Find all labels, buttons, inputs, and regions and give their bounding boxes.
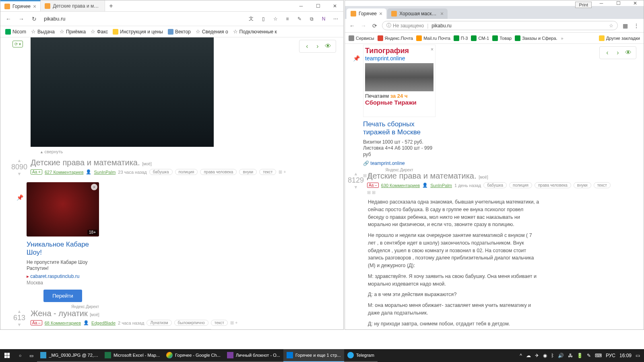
tiny-icons[interactable]: ⊞ ⊞	[367, 190, 629, 195]
ad-link[interactable]: ▸ cabaret.rasputinclub.ru	[27, 274, 99, 279]
tag[interactable]: полиция	[509, 182, 532, 188]
tag[interactable]: былокирпично	[174, 320, 208, 326]
aa-badge[interactable]: Аа –	[31, 320, 42, 325]
share-icon[interactable]: ⧉	[308, 15, 315, 23]
post-image-ocean[interactable]	[31, 37, 214, 147]
taskbar-item[interactable]: Telegram	[344, 349, 378, 362]
tray-volume-icon[interactable]: 🔊	[558, 353, 564, 358]
post-title[interactable]: Детские права и математика. [моё]	[367, 171, 629, 181]
bookmark-instr[interactable]: Инструкция и цены	[111, 28, 165, 35]
downvote-button[interactable]: ▼	[10, 171, 28, 176]
back-button[interactable]: ←	[348, 22, 356, 30]
tray-onedrive-icon[interactable]: ☁	[526, 353, 531, 358]
ad-link[interactable]: 🔗 teamprint.online	[363, 160, 436, 166]
tag[interactable]: бабушка	[483, 182, 507, 188]
tray-battery-icon[interactable]: 🔋	[577, 353, 583, 358]
forward-button[interactable]: →	[359, 22, 367, 30]
taskbar-item[interactable]: Горячее - Google Ch...	[163, 349, 224, 362]
upvote-button[interactable]: ▲	[347, 171, 365, 176]
comments-link[interactable]: 627 Комментариев	[45, 170, 84, 175]
ad-close-icon[interactable]: ×	[91, 184, 97, 190]
pin-icon[interactable]: 📌	[17, 194, 23, 201]
refresh-button[interactable]: ⟳	[371, 22, 379, 30]
new-tab-button[interactable]: +	[105, 0, 117, 11]
close-icon[interactable]: ×	[33, 3, 36, 10]
tag[interactable]: права человека	[535, 182, 571, 188]
minimize-button[interactable]: ─	[593, 0, 610, 6]
taskbar-item[interactable]: Личный блокнот - O...	[224, 349, 283, 362]
collapse-link[interactable]: свернуть	[40, 149, 63, 154]
tray-lang[interactable]: РУС	[606, 353, 615, 358]
tag[interactable]: Лунатизм	[147, 320, 171, 326]
bookmark-priemka[interactable]: ☆Приёмка	[58, 28, 87, 35]
bookmark-p3[interactable]: П-3	[452, 35, 469, 42]
onenote-icon[interactable]: N	[320, 15, 327, 23]
ad-close-icon[interactable]: ×	[431, 47, 433, 52]
notes-icon[interactable]: ✎	[296, 15, 303, 23]
reading-icon[interactable]: ▯	[260, 15, 267, 23]
next-button[interactable]: ›	[313, 42, 322, 51]
bookmark-overflow[interactable]: »	[561, 36, 564, 41]
taskbar-item[interactable]: _MG_0930.JPG @ 72,6...	[37, 349, 101, 362]
user-link[interactable]: SunInPalm	[430, 183, 452, 188]
tag[interactable]: текст	[259, 169, 276, 175]
prev-button[interactable]: ‹	[303, 42, 312, 51]
tag[interactable]: права человека	[200, 169, 237, 175]
tray-telegram-icon[interactable]: ✈	[535, 353, 539, 358]
bookmark-sm1[interactable]: СМ-1	[470, 35, 490, 42]
tray-network-icon[interactable]: 🖧	[568, 353, 573, 358]
favorite-icon[interactable]: ☆	[272, 15, 279, 23]
comments-link[interactable]: 68 Комментариев	[45, 321, 81, 325]
close-icon[interactable]: ×	[440, 10, 444, 17]
forward-button[interactable]: →	[17, 15, 25, 23]
address-input[interactable]: pikabu.ru	[43, 15, 243, 23]
ad-image[interactable]: × 18+	[27, 182, 99, 237]
back-button[interactable]: ←	[4, 15, 12, 23]
minimize-button[interactable]: ─	[293, 0, 310, 11]
bookmark-nicom[interactable]: Nicom	[4, 28, 28, 35]
bookmark-zakazy[interactable]: Заказы и Сфера.	[514, 35, 558, 42]
tag[interactable]: бабушка	[149, 169, 173, 175]
next-button[interactable]: ›	[613, 48, 622, 57]
tray-bluetooth-icon[interactable]: ᛒ	[551, 353, 554, 358]
tag[interactable]: внуки	[574, 182, 591, 188]
ad-image[interactable]: × Типография teamprint.online Печатаем з…	[363, 45, 436, 117]
task-view-button[interactable]: ▭	[26, 353, 37, 358]
tray-keyboard-icon[interactable]: ⌨	[595, 353, 602, 358]
more-tags[interactable]: ⊞ +	[279, 169, 286, 175]
ad-title[interactable]: Уникальное Кабаре Шоу!	[27, 241, 99, 257]
user-link[interactable]: EdgedBlade	[91, 321, 116, 325]
upvote-button[interactable]: ▲	[10, 309, 28, 314]
maximize-button[interactable]: ☐	[610, 0, 627, 6]
prev-button[interactable]: ‹	[603, 48, 612, 57]
tray-notifications-icon[interactable]: ▭	[636, 353, 640, 358]
bookmark-vydacha[interactable]: ☆Выдача	[29, 28, 56, 35]
view-icon[interactable]: 👁	[324, 42, 332, 51]
comments-link[interactable]: 630 Комментариев	[381, 183, 420, 188]
star-icon[interactable]: ☆	[609, 23, 613, 29]
tag[interactable]: текст	[594, 182, 611, 188]
downvote-button[interactable]: ▼	[10, 322, 28, 327]
more-tags[interactable]: ⊞ +	[230, 320, 237, 325]
bookmark-podkl[interactable]: ☆Подключенные к	[231, 28, 279, 35]
start-button[interactable]	[0, 349, 14, 362]
other-bookmarks[interactable]: Другие закладки	[598, 35, 641, 42]
aa-badge[interactable]: Аа +	[31, 169, 42, 175]
user-link[interactable]: SunInPalm	[94, 170, 116, 175]
tag[interactable]: текст	[211, 320, 228, 326]
bookmark-yandex[interactable]: Яндекс.Почта	[376, 35, 415, 42]
edge-tab-2[interactable]: Детские права и математи	[41, 0, 105, 11]
chrome-tab-1[interactable]: Горячее ×	[347, 8, 386, 19]
bookmark-fax[interactable]: ☆Факс	[89, 28, 109, 35]
translate-icon[interactable]: 文	[248, 15, 255, 23]
ad-go-button[interactable]: Перейти	[43, 290, 82, 302]
scroll-badge[interactable]: ⟳ ▾	[12, 41, 23, 47]
close-window-button[interactable]: ✕	[326, 0, 343, 11]
view-icon[interactable]: 👁	[624, 48, 633, 57]
tray-chevron-icon[interactable]: ^	[520, 353, 522, 358]
tray-pen-icon[interactable]: ✎	[587, 353, 591, 358]
search-button[interactable]: ○	[14, 353, 26, 358]
chrome-tab-2[interactable]: Хорошая маскировка... ×	[387, 8, 448, 19]
ad-title[interactable]: Печать сборных тиражей в Москве	[363, 120, 436, 137]
close-window-button[interactable]: ✕	[627, 0, 644, 6]
